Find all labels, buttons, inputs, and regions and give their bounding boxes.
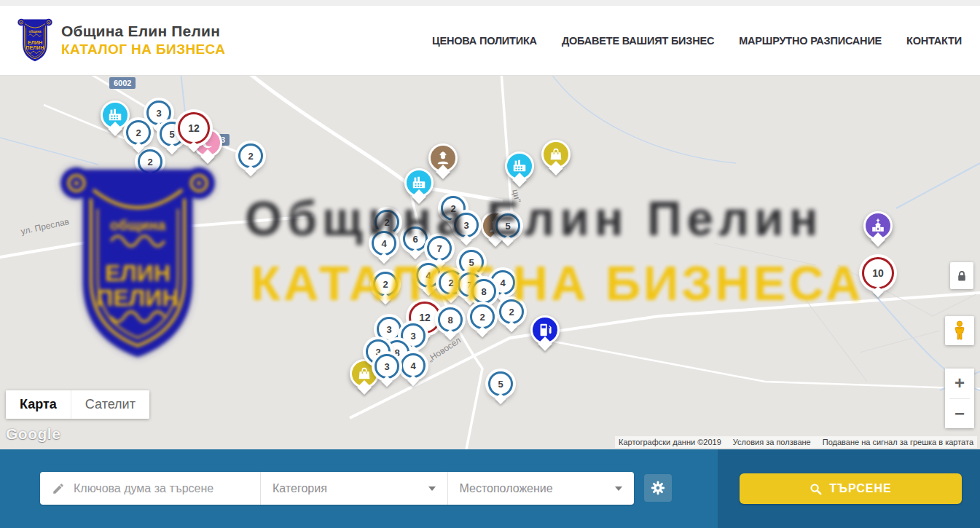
cluster-marker[interactable]: 4 bbox=[401, 353, 426, 378]
map-attribution: Картографски данни ©2019 Условия за полз… bbox=[615, 436, 977, 448]
location-select[interactable]: Местоположение bbox=[447, 472, 635, 505]
search-icon bbox=[810, 483, 822, 495]
map-type-map-button[interactable]: Карта bbox=[6, 390, 71, 419]
cluster-marker[interactable]: 6 bbox=[403, 226, 428, 251]
attribution-terms-link[interactable]: Условия за ползване bbox=[733, 438, 811, 446]
cluster-marker[interactable]: 5 bbox=[459, 250, 484, 275]
keyword-field-wrap bbox=[40, 472, 260, 505]
cluster-marker[interactable]: 3 bbox=[377, 317, 401, 342]
top-strip bbox=[0, 0, 980, 6]
cluster-marker[interactable]: 8 bbox=[471, 279, 496, 304]
fuel-pin-marker[interactable] bbox=[530, 315, 560, 344]
bag-pin-marker[interactable] bbox=[541, 140, 571, 169]
cluster-marker[interactable]: 10 bbox=[862, 257, 894, 289]
page: община ЕЛИН ПЕЛИН Община Елин Пелин КАТА… bbox=[0, 0, 980, 528]
cluster-marker[interactable]: 12 bbox=[178, 112, 210, 144]
worker-pin-marker[interactable] bbox=[428, 143, 458, 173]
svg-text:община: община bbox=[28, 29, 42, 34]
zoom-in-button[interactable]: + bbox=[945, 369, 974, 398]
chevron-down-icon bbox=[615, 486, 622, 491]
cluster-marker[interactable]: 5 bbox=[488, 371, 513, 396]
cluster-marker[interactable]: 2 bbox=[138, 149, 162, 174]
factory-pin-marker[interactable] bbox=[505, 151, 534, 181]
site-subtitle: КАТАЛОГ НА БИЗНЕСА bbox=[61, 42, 225, 58]
chevron-down-icon bbox=[428, 486, 436, 491]
map-type-control: Карта Сателит bbox=[6, 390, 149, 419]
cluster-marker[interactable]: 2 bbox=[470, 304, 495, 329]
nav-item-contacts[interactable]: КОНТАКТИ bbox=[906, 35, 962, 47]
municipality-emblem-logo: община ЕЛИН ПЕЛИН bbox=[17, 16, 52, 64]
lock-icon bbox=[957, 270, 967, 282]
street-view-pegman-button[interactable] bbox=[945, 316, 974, 345]
google-logo[interactable]: Google bbox=[6, 425, 60, 443]
cluster-marker[interactable]: 8 bbox=[438, 307, 463, 332]
church-pin-marker[interactable] bbox=[863, 211, 893, 240]
cluster-marker[interactable]: 7 bbox=[427, 236, 452, 261]
pegman-icon bbox=[952, 320, 967, 341]
cluster-marker[interactable]: 3 bbox=[375, 354, 399, 379]
keyword-search-input[interactable] bbox=[74, 482, 248, 495]
pencil-icon bbox=[52, 482, 65, 495]
cluster-marker[interactable]: 2 bbox=[126, 120, 151, 145]
gear-icon bbox=[650, 480, 666, 496]
search-panel: Категория Местоположение bbox=[0, 449, 980, 528]
cluster-marker[interactable]: 4 bbox=[416, 263, 441, 288]
attribution-report-error-link[interactable]: Подаване на сигнал за грешка в картата bbox=[823, 438, 973, 446]
zoom-out-button[interactable]: − bbox=[945, 399, 974, 429]
map-type-satellite-button[interactable]: Сателит bbox=[71, 390, 149, 419]
advanced-search-button[interactable] bbox=[644, 474, 672, 502]
search-submit-label: ТЪРСЕНЕ bbox=[829, 482, 891, 495]
nav-item-add-business[interactable]: ДОБАВЕТЕ ВАШИЯТ БИЗНЕС bbox=[562, 35, 714, 47]
site-logo[interactable]: община ЕЛИН ПЕЛИН Община Елин Пелин КАТА… bbox=[17, 16, 225, 64]
cluster-marker[interactable]: 4 bbox=[372, 231, 396, 256]
filter-bar: Категория Местоположение bbox=[40, 472, 634, 505]
cluster-marker[interactable]: 2 bbox=[499, 299, 524, 324]
nav-item-pricing[interactable]: ЦЕНОВА ПОЛИТИКА bbox=[432, 35, 537, 47]
google-map[interactable]: ул. Преславбул. „Новоселци" 60023 232512… bbox=[0, 76, 980, 449]
header: община ЕЛИН ПЕЛИН Община Елин Пелин КАТА… bbox=[0, 6, 980, 76]
factory-pin-marker[interactable] bbox=[101, 101, 130, 130]
map-lock-button[interactable] bbox=[950, 262, 973, 289]
svg-text:ПЕЛИН: ПЕЛИН bbox=[26, 44, 44, 51]
attribution-copyright: Картографски данни ©2019 bbox=[619, 438, 721, 446]
zoom-control: + − bbox=[945, 369, 974, 428]
cluster-marker[interactable]: 2 bbox=[373, 272, 398, 296]
search-submit-button[interactable]: ТЪРСЕНЕ bbox=[740, 473, 962, 504]
category-select-value: Категория bbox=[273, 482, 327, 495]
cluster-marker[interactable]: 3 bbox=[454, 213, 479, 237]
nav-item-bus-schedule[interactable]: МАРШРУТНО РАЗПИСАНИЕ bbox=[739, 35, 882, 47]
location-select-value: Местоположение bbox=[460, 482, 553, 495]
site-title: Община Елин Пелин bbox=[61, 23, 225, 40]
cluster-marker[interactable]: 5 bbox=[495, 213, 520, 238]
factory-pin-marker[interactable] bbox=[404, 168, 434, 197]
cluster-marker[interactable]: 2 bbox=[238, 143, 263, 168]
main-nav: ЦЕНОВА ПОЛИТИКА ДОБАВЕТЕ ВАШИЯТ БИЗНЕС М… bbox=[432, 6, 962, 76]
category-select[interactable]: Категория bbox=[260, 472, 447, 505]
